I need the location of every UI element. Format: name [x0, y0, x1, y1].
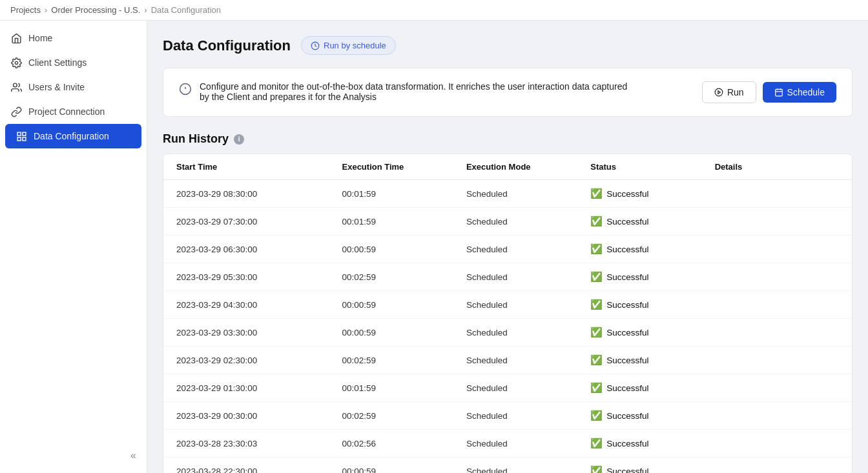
- cell-exec-time: 00:02:59: [342, 271, 466, 283]
- history-table: Start Time Execution Time Execution Mode…: [163, 154, 852, 473]
- col-header-exec-time: Execution Time: [342, 162, 466, 172]
- cell-start-time: 2023-03-29 07:30:00: [176, 216, 342, 227]
- success-icon: ✅: [590, 465, 603, 473]
- success-icon: ✅: [590, 188, 603, 199]
- sidebar-label-data-configuration: Data Configuration: [34, 131, 109, 141]
- main-layout: Home Client Settings Users & Invite Proj…: [0, 21, 868, 473]
- cell-exec-mode: Scheduled: [466, 354, 590, 366]
- cell-details: [715, 354, 839, 366]
- status-label: Successful: [606, 467, 648, 474]
- run-by-schedule-badge[interactable]: Run by schedule: [301, 36, 396, 55]
- cell-exec-time: 00:01:59: [342, 188, 466, 199]
- cell-status: ✅ Successful: [590, 216, 714, 227]
- cell-exec-time: 00:00:59: [342, 243, 466, 255]
- cell-details: [715, 243, 839, 255]
- cell-exec-time: 00:00:59: [342, 465, 466, 473]
- sidebar-bottom: «: [0, 443, 147, 468]
- cell-status: ✅ Successful: [590, 271, 714, 283]
- play-icon: [714, 88, 723, 97]
- cell-details: [715, 465, 839, 473]
- run-button[interactable]: Run: [702, 81, 756, 103]
- status-label: Successful: [606, 356, 648, 365]
- cell-details: [715, 188, 839, 199]
- cell-exec-time: 00:00:59: [342, 299, 466, 310]
- cell-start-time: 2023-03-28 23:30:03: [176, 438, 342, 449]
- cell-start-time: 2023-03-29 03:30:00: [176, 327, 342, 338]
- sidebar-item-data-configuration[interactable]: Data Configuration: [5, 124, 141, 148]
- cell-start-time: 2023-03-29 05:30:00: [176, 271, 342, 283]
- table-row: 2023-03-29 08:30:00 00:01:59 Scheduled ✅…: [163, 180, 852, 208]
- table-row: 2023-03-29 03:30:00 00:00:59 Scheduled ✅…: [163, 319, 852, 347]
- breadcrumb-sep1: ›: [45, 5, 47, 15]
- status-label: Successful: [606, 272, 648, 282]
- cell-exec-time: 00:02:56: [342, 438, 466, 449]
- table-row: 2023-03-29 04:30:00 00:00:59 Scheduled ✅…: [163, 291, 852, 319]
- status-label: Successful: [606, 383, 648, 393]
- table-body: 2023-03-29 08:30:00 00:01:59 Scheduled ✅…: [163, 180, 852, 473]
- schedule-icon: [774, 88, 783, 97]
- cell-start-time: 2023-03-29 01:30:00: [176, 382, 342, 394]
- breadcrumb-sep2: ›: [144, 5, 147, 15]
- status-label: Successful: [606, 245, 648, 254]
- breadcrumb-projects[interactable]: Projects: [10, 5, 41, 15]
- svg-rect-12: [775, 89, 782, 96]
- sidebar-item-client-settings[interactable]: Client Settings: [0, 50, 147, 75]
- svg-rect-3: [22, 132, 25, 136]
- cell-exec-mode: Scheduled: [466, 216, 590, 227]
- sidebar-label-client-settings: Client Settings: [28, 57, 87, 68]
- info-desc-line1: Configure and monitor the out-of-the-box…: [200, 81, 627, 92]
- sidebar-item-users-invite[interactable]: Users & Invite: [0, 75, 147, 99]
- cell-status: ✅ Successful: [590, 382, 714, 394]
- sidebar-item-project-connection[interactable]: Project Connection: [0, 99, 147, 124]
- sidebar-item-home[interactable]: Home: [0, 26, 147, 50]
- sidebar-collapse-button[interactable]: «: [130, 450, 136, 461]
- table-header: Start Time Execution Time Execution Mode…: [163, 154, 852, 180]
- table-row: 2023-03-28 22:30:00 00:00:59 Scheduled ✅…: [163, 458, 852, 473]
- cell-exec-time: 00:00:59: [342, 327, 466, 338]
- cell-start-time: 2023-03-29 04:30:00: [176, 299, 342, 310]
- status-label: Successful: [606, 439, 648, 448]
- cell-start-time: 2023-03-29 02:30:00: [176, 354, 342, 366]
- col-header-start-time: Start Time: [176, 162, 342, 172]
- table-row: 2023-03-28 23:30:03 00:02:56 Scheduled ✅…: [163, 430, 852, 458]
- cell-status: ✅ Successful: [590, 438, 714, 449]
- schedule-button-label: Schedule: [787, 87, 825, 97]
- cell-details: [715, 438, 839, 449]
- link-icon: [10, 106, 22, 117]
- run-history-label: Run History: [163, 132, 229, 146]
- sidebar-label-project-connection: Project Connection: [28, 106, 105, 117]
- cell-start-time: 2023-03-28 22:30:00: [176, 465, 342, 473]
- cell-status: ✅ Successful: [590, 354, 714, 366]
- cell-exec-mode: Scheduled: [466, 271, 590, 283]
- cell-details: [715, 382, 839, 394]
- breadcrumb-order-processing[interactable]: Order Processing - U.S.: [51, 5, 140, 15]
- table-row: 2023-03-29 00:30:00 00:02:59 Scheduled ✅…: [163, 402, 852, 430]
- home-icon: [10, 32, 22, 44]
- success-icon: ✅: [590, 410, 603, 421]
- app-container: Projects › Order Processing - U.S. › Dat…: [0, 0, 868, 473]
- cell-status: ✅ Successful: [590, 188, 714, 199]
- grid-icon: [16, 130, 27, 142]
- settings-icon: [10, 57, 22, 68]
- svg-marker-11: [718, 91, 721, 94]
- table-row: 2023-03-29 05:30:00 00:02:59 Scheduled ✅…: [163, 263, 852, 291]
- info-card: Configure and monitor the out-of-the-box…: [163, 68, 852, 117]
- sidebar: Home Client Settings Users & Invite Proj…: [0, 21, 147, 473]
- sidebar-label-users-invite: Users & Invite: [28, 82, 85, 92]
- schedule-button[interactable]: Schedule: [763, 82, 836, 103]
- info-card-text: Configure and monitor the out-of-the-box…: [179, 81, 692, 102]
- schedule-badge-label: Run by schedule: [324, 41, 386, 50]
- status-label: Successful: [606, 328, 648, 337]
- cell-details: [715, 271, 839, 283]
- col-header-details: Details: [715, 162, 839, 172]
- status-label: Successful: [606, 300, 648, 310]
- table-row: 2023-03-29 06:30:00 00:00:59 Scheduled ✅…: [163, 236, 852, 263]
- page-header: Data Configuration Run by schedule: [163, 36, 852, 55]
- info-actions: Run Schedule: [702, 81, 836, 103]
- success-icon: ✅: [590, 382, 603, 394]
- run-button-label: Run: [727, 87, 744, 97]
- content-area: Data Configuration Run by schedule Confi…: [147, 21, 868, 473]
- cell-exec-mode: Scheduled: [466, 188, 590, 199]
- cell-status: ✅ Successful: [590, 299, 714, 310]
- success-icon: ✅: [590, 438, 603, 449]
